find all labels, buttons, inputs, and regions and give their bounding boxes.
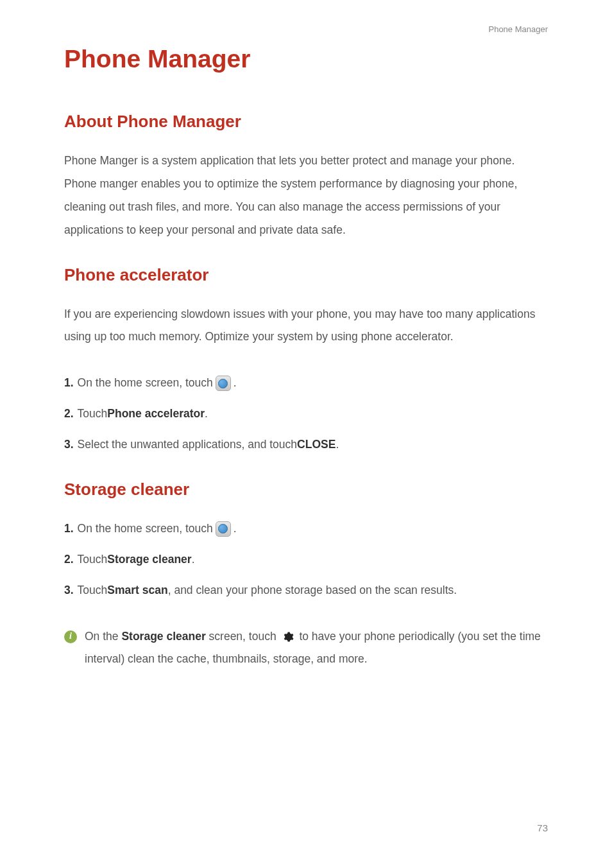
step-number: 3.	[64, 579, 74, 602]
step-text-trail: .	[336, 433, 339, 456]
step-text-trail: .	[234, 517, 237, 541]
tip-content: On the Storage cleaner screen, touch to …	[85, 625, 548, 672]
about-heading: About Phone Manager	[64, 112, 548, 132]
step-number: 1.	[64, 372, 74, 395]
accelerator-steps: 1. On the home screen, touch . 2. Touch …	[64, 372, 548, 456]
step-text: Touch	[78, 403, 108, 426]
accelerator-step-1: 1. On the home screen, touch .	[64, 372, 548, 395]
cleaner-step-2: 2. Touch Storage cleaner .	[64, 548, 548, 571]
step-text-trail: .	[205, 403, 208, 426]
step-text: Touch	[78, 548, 108, 571]
phone-manager-app-icon	[216, 376, 231, 391]
accelerator-step-2: 2. Touch Phone accelerator .	[64, 403, 548, 426]
step-text: Select the unwanted applications, and to…	[78, 433, 297, 456]
step-text-trail: .	[234, 372, 237, 395]
cleaner-tip: i On the Storage cleaner screen, touch t…	[64, 625, 548, 672]
tip-bold-1: Storage cleaner	[121, 630, 205, 643]
info-icon: i	[64, 630, 77, 643]
about-body: Phone Manger is a system application tha…	[64, 150, 548, 242]
step-number: 1.	[64, 517, 74, 541]
step-text: On the home screen, touch	[78, 517, 213, 541]
accelerator-step-3: 3. Select the unwanted applications, and…	[64, 433, 548, 456]
cleaner-step-1: 1. On the home screen, touch .	[64, 517, 548, 541]
step-bold: Smart scan	[107, 579, 167, 602]
cleaner-heading: Storage cleaner	[64, 480, 548, 499]
cleaner-steps: 1. On the home screen, touch . 2. Touch …	[64, 517, 548, 602]
tip-text-b: screen, touch	[206, 630, 280, 643]
step-bold: Phone accelerator	[107, 403, 205, 426]
step-number: 3.	[64, 433, 74, 456]
accelerator-body: If you are experiencing slowdown issues …	[64, 303, 548, 349]
accelerator-heading: Phone accelerator	[64, 265, 548, 285]
cleaner-step-3: 3. Touch Smart scan , and clean your pho…	[64, 579, 548, 602]
phone-manager-app-icon	[216, 521, 231, 537]
step-text: On the home screen, touch	[78, 372, 213, 395]
settings-gear-icon	[282, 631, 294, 643]
page-title: Phone Manager	[64, 45, 548, 73]
step-text-trail: , and clean your phone storage based on …	[168, 579, 457, 602]
step-number: 2.	[64, 403, 74, 426]
header-section-label: Phone Manager	[488, 24, 548, 34]
page-number: 73	[537, 822, 548, 833]
tip-text-a: On the	[85, 630, 121, 643]
step-bold: CLOSE	[297, 433, 336, 456]
step-bold: Storage cleaner	[107, 548, 191, 571]
step-text: Touch	[78, 579, 108, 602]
step-text-trail: .	[192, 548, 195, 571]
step-number: 2.	[64, 548, 74, 571]
